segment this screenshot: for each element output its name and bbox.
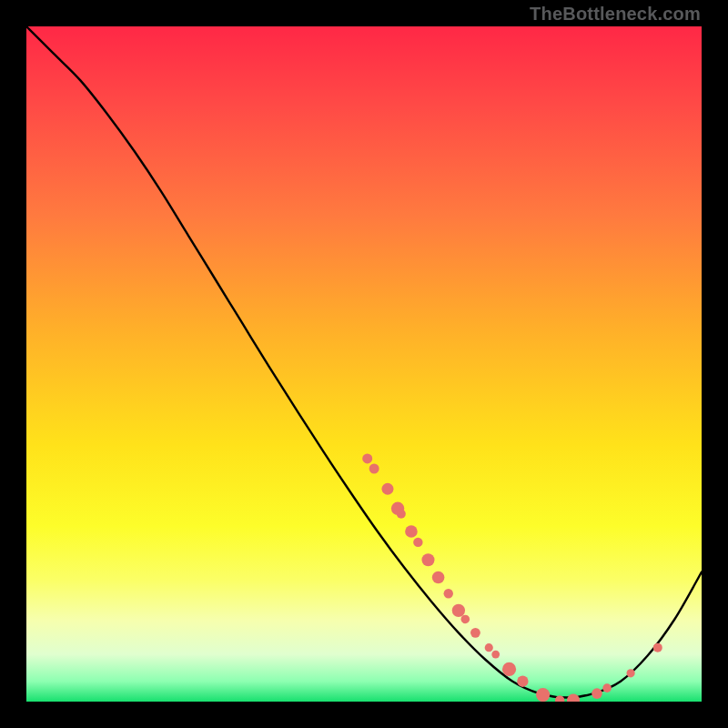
sample-dot xyxy=(626,669,634,677)
sample-dot xyxy=(397,510,406,519)
sample-dot xyxy=(461,615,470,624)
sample-dot xyxy=(485,643,493,652)
sample-dot xyxy=(413,538,422,547)
chart-frame: TheBottleneck.com xyxy=(0,0,728,728)
sample-dot xyxy=(452,604,465,617)
chart-plot xyxy=(26,26,702,702)
sample-dot xyxy=(653,643,662,652)
sample-dot xyxy=(421,553,434,566)
sample-dot xyxy=(381,483,393,495)
sample-dot xyxy=(602,683,612,693)
sample-dot xyxy=(362,453,372,463)
sample-dot xyxy=(369,464,379,474)
sample-dot xyxy=(592,688,602,699)
sample-dot xyxy=(405,525,418,538)
attribution-text: TheBottleneck.com xyxy=(530,4,701,25)
sample-dot xyxy=(536,688,550,702)
gradient-background xyxy=(26,26,702,702)
sample-dot xyxy=(444,589,453,598)
sample-dot xyxy=(491,651,500,659)
sample-dot xyxy=(502,662,516,676)
sample-dot xyxy=(432,571,445,584)
sample-dot xyxy=(470,628,480,638)
sample-dot xyxy=(517,676,528,687)
